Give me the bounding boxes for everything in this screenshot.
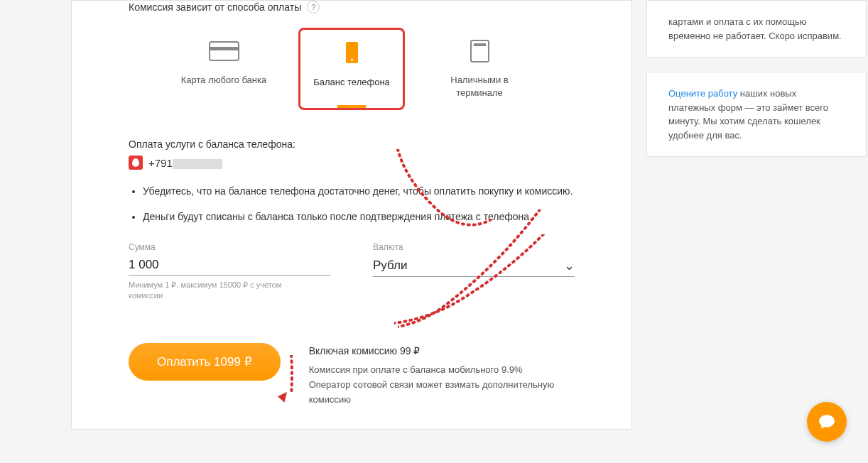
bullet-item: Деньги будут списаны с баланса только по… bbox=[143, 209, 575, 224]
phone-icon bbox=[336, 40, 368, 65]
phone-mask bbox=[173, 159, 222, 169]
phone-row: +791 bbox=[129, 156, 575, 170]
method-label: Карта любого банка bbox=[178, 74, 270, 87]
operator-icon bbox=[129, 156, 143, 170]
method-label: Наличными в терминале bbox=[433, 74, 526, 99]
chat-fab[interactable] bbox=[807, 402, 847, 442]
terminal-icon bbox=[464, 38, 496, 63]
commission-label: Комиссия зависит от способа оплаты bbox=[129, 1, 301, 13]
help-icon[interactable]: ? bbox=[307, 1, 320, 13]
method-label: Баланс телефона bbox=[308, 76, 396, 89]
amount-label: Сумма bbox=[129, 242, 330, 252]
phone-info-label: Оплата услуги с баланса телефона: bbox=[129, 138, 575, 150]
fee-line: Оператор сотовой связи может взимать доп… bbox=[309, 378, 575, 408]
rate-link[interactable]: Оцените работу bbox=[668, 88, 737, 99]
currency-value: Рубли bbox=[373, 258, 407, 273]
currency-label: Валюта bbox=[373, 242, 575, 252]
svg-rect-5 bbox=[474, 43, 486, 46]
amount-helper: Минимум 1 ₽, максимум 15000 ₽ с учетом к… bbox=[129, 280, 306, 300]
card-icon bbox=[208, 38, 240, 63]
fee-line: Комиссия при оплате с баланса мобильного… bbox=[309, 363, 575, 378]
method-card-bank[interactable]: Карта любого банка bbox=[170, 28, 277, 110]
svg-point-3 bbox=[351, 59, 353, 61]
selected-indicator bbox=[337, 105, 366, 108]
amount-input[interactable] bbox=[129, 255, 330, 276]
pay-button[interactable]: Оплатить 1099 ₽ bbox=[129, 343, 281, 381]
method-card-terminal[interactable]: Наличными в терминале bbox=[426, 28, 533, 110]
fee-info: Включая комиссию 99 ₽ Комиссия при оплат… bbox=[309, 343, 575, 408]
amount-field-wrapper: Сумма Минимум 1 ₽, максимум 15000 ₽ с уч… bbox=[129, 242, 330, 300]
notice-panel-2: Оцените работу наших новых платежных фор… bbox=[646, 72, 867, 157]
chevron-down-icon: ⌄ bbox=[564, 258, 575, 273]
phone-number: +791 bbox=[148, 157, 222, 169]
currency-select[interactable]: Рубли ⌄ bbox=[373, 255, 575, 277]
svg-rect-1 bbox=[210, 47, 239, 50]
svg-rect-0 bbox=[210, 42, 239, 60]
bullet-item: Убедитесь, что на балансе телефона доста… bbox=[143, 184, 575, 199]
fee-title: Включая комиссию 99 ₽ bbox=[309, 343, 575, 359]
payment-methods: Карта любого банка Баланс телефона Налич… bbox=[129, 28, 575, 110]
currency-field-wrapper: Валюта Рубли ⌄ bbox=[373, 242, 575, 300]
method-card-phone[interactable]: Баланс телефона bbox=[298, 28, 405, 110]
chat-icon bbox=[818, 413, 836, 431]
info-bullets: Убедитесь, что на балансе телефона доста… bbox=[129, 184, 575, 224]
notice-panel-1: картами и оплата с их помощью временно н… bbox=[646, 0, 867, 58]
